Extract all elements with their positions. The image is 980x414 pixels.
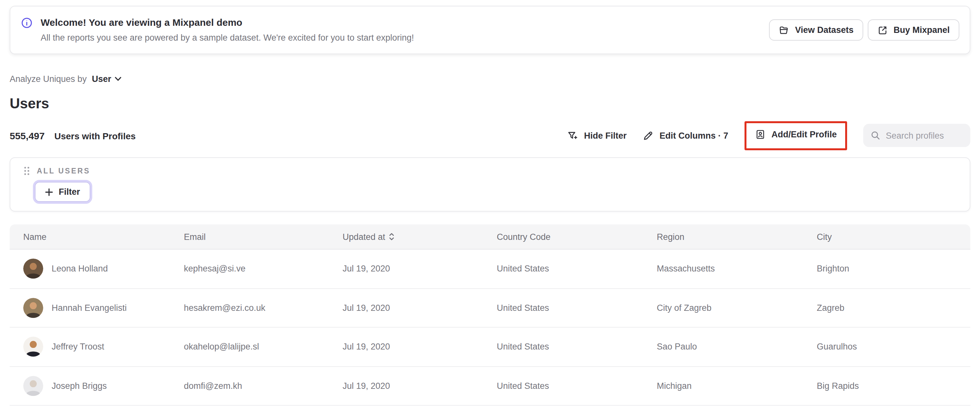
cell-updated-at: Jul 19, 2020 [329, 342, 483, 352]
table-row[interactable]: Hannah Evangelisti hesakrem@ezi.co.uk Ju… [10, 289, 970, 328]
column-header-region[interactable]: Region [643, 232, 803, 241]
search-profiles-input[interactable] [886, 130, 963, 140]
filter-group-label: ALL USERS [37, 167, 90, 175]
buy-mixpanel-button[interactable]: Buy Mixpanel [868, 19, 959, 41]
cell-city: Guarulhos [803, 342, 970, 352]
filter-funnel-icon [567, 130, 578, 141]
cell-email: domfi@zem.kh [170, 381, 329, 391]
add-edit-profile-button[interactable]: Add/Edit Profile [755, 128, 837, 140]
table-row[interactable]: Jeffrey Troost okahelop@lalijpe.sl Jul 1… [10, 328, 970, 366]
profiles-count-label: Users with Profiles [54, 130, 135, 141]
next-row-partial [10, 406, 970, 408]
demo-banner: Welcome! You are viewing a Mixpanel demo… [10, 6, 970, 54]
buy-mixpanel-label: Buy Mixpanel [894, 25, 950, 35]
column-header-name[interactable]: Name [10, 232, 170, 241]
avatar [23, 298, 43, 318]
profiles-table: Name Email Updated at Country Code Regio… [10, 224, 970, 408]
stats-toolbar-row: 555,497 Users with Profiles Hide Filter … [10, 120, 970, 151]
cell-country-code: United States [483, 381, 643, 391]
filter-button-focus-ring: Filter [33, 180, 92, 204]
cell-updated-at: Jul 19, 2020 [329, 381, 483, 391]
page-root: Welcome! You are viewing a Mixpanel demo… [0, 6, 980, 414]
search-icon [870, 130, 881, 141]
profile-badge-icon [755, 128, 766, 140]
hide-filter-label: Hide Filter [584, 130, 627, 140]
analyze-row: Analyze Uniques by User [10, 73, 970, 84]
cell-country-code: United States [483, 264, 643, 274]
page-title: Users [10, 94, 970, 114]
cell-email: kephesaj@si.ve [170, 264, 329, 274]
drag-handle-icon[interactable] [24, 167, 30, 175]
cell-city: Brighton [803, 264, 970, 274]
cell-email: hesakrem@ezi.co.uk [170, 303, 329, 313]
analyze-by-dropdown[interactable]: User [92, 74, 122, 84]
view-datasets-button[interactable]: View Datasets [769, 19, 863, 41]
avatar [23, 259, 43, 279]
banner-subtitle: All the reports you see are powered by a… [41, 32, 414, 44]
pencil-icon [643, 130, 654, 141]
chevron-down-icon [115, 76, 122, 81]
analyze-label: Analyze Uniques by [10, 74, 87, 84]
cell-name: Hannah Evangelisti [52, 303, 127, 313]
cell-country-code: United States [483, 342, 643, 352]
cell-region: Massachusetts [643, 264, 803, 274]
column-header-email[interactable]: Email [170, 232, 329, 241]
column-header-city[interactable]: City [803, 232, 970, 241]
folder-icon [779, 25, 789, 35]
sort-icon [389, 233, 394, 241]
cell-name: Jeffrey Troost [52, 342, 104, 352]
search-profiles-box [863, 124, 970, 147]
external-link-icon [877, 25, 888, 35]
view-datasets-label: View Datasets [795, 25, 854, 35]
table-row[interactable]: Leona Holland kephesaj@si.ve Jul 19, 202… [10, 249, 970, 289]
avatar [23, 337, 43, 357]
column-header-updated-at[interactable]: Updated at [329, 232, 483, 241]
add-filter-label: Filter [59, 187, 80, 197]
edit-columns-button[interactable]: Edit Columns · 7 [643, 130, 728, 141]
profiles-count: 555,497 [10, 130, 45, 141]
cell-city: Big Rapids [803, 381, 970, 391]
cell-email: okahelop@lalijpe.sl [170, 342, 329, 352]
table-row[interactable]: Joseph Briggs domfi@zem.kh Jul 19, 2020 … [10, 366, 970, 406]
hide-filter-button[interactable]: Hide Filter [567, 130, 627, 141]
cell-updated-at: Jul 19, 2020 [329, 264, 483, 274]
cell-region: Michigan [643, 381, 803, 391]
analyze-by-value: User [92, 74, 111, 84]
info-icon [21, 17, 32, 29]
banner-title: Welcome! You are viewing a Mixpanel demo [41, 16, 414, 29]
annotation-highlight: Add/Edit Profile [745, 121, 848, 150]
edit-columns-label: Edit Columns · 7 [659, 130, 728, 140]
cell-region: Sao Paulo [643, 342, 803, 352]
cell-country-code: United States [483, 303, 643, 313]
plus-icon [45, 188, 53, 196]
cell-region: City of Zagreb [643, 303, 803, 313]
cell-name: Joseph Briggs [52, 381, 107, 391]
cell-updated-at: Jul 19, 2020 [329, 303, 483, 313]
add-filter-button[interactable]: Filter [35, 182, 90, 202]
column-header-country-code[interactable]: Country Code [483, 232, 643, 241]
cell-city: Zagreb [803, 303, 970, 313]
filter-card: ALL USERS Filter [10, 157, 970, 211]
add-edit-profile-label: Add/Edit Profile [772, 129, 837, 139]
avatar [23, 376, 43, 396]
table-header: Name Email Updated at Country Code Regio… [10, 224, 970, 249]
cell-name: Leona Holland [52, 264, 108, 274]
